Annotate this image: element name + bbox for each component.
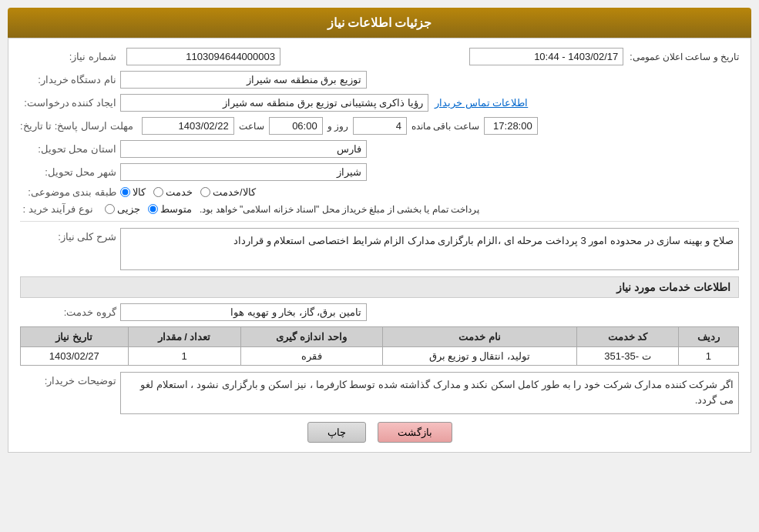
back-button[interactable]: بازگشت — [378, 422, 452, 443]
contract-type-radio-group: متوسط جزیی — [105, 203, 192, 215]
province-value: فارس — [120, 140, 367, 158]
deadline-row: 17:28:00 ساعت باقی مانده 4 روز و 06:00 س… — [20, 117, 739, 135]
col-code: کد خدمت — [577, 327, 679, 347]
category-label: طبقه بندی موضوعی: — [20, 186, 120, 198]
table-row: 1ت -35-351تولید، انتقال و توزیع برقفقره1… — [21, 347, 739, 366]
buttons-row: بازگشت چاپ — [20, 422, 739, 443]
buyer-org-value: توزیع برق منطقه سه شیراز — [120, 71, 367, 89]
service-group-row: تامین برق، گاز، بخار و تهویه هوا گروه خد… — [20, 303, 739, 321]
province-row: فارس استان محل تحویل: — [20, 140, 739, 158]
col-qty: تعداد / مقدار — [128, 327, 240, 347]
category-option-kala-khedmat[interactable]: کالا/خدمت — [200, 186, 256, 198]
category-option-kala[interactable]: کالا — [120, 186, 146, 198]
service-group-value: تامین برق، گاز، بخار و تهویه هوا — [120, 303, 367, 321]
cell-row: 1 — [678, 347, 738, 366]
buyer-notes-label: توضیحات خریدار: — [20, 372, 120, 386]
description-label: شرح کلی نیاز: — [20, 228, 120, 243]
col-unit: واحد اندازه گیری — [240, 327, 382, 347]
description-section: صلاح و بهینه سازی در محدوده امور 3 پرداخ… — [20, 228, 739, 270]
announce-date-value: 1403/02/17 - 10:44 — [469, 48, 623, 65]
category-row: کالا/خدمت خدمت کالا طبقه بندی موضوعی: — [20, 186, 739, 198]
print-button[interactable]: چاپ — [307, 422, 366, 443]
contract-type-note: پرداخت تمام یا بخشی از مبلغ خریداز محل "… — [200, 204, 479, 215]
col-name: نام خدمت — [382, 327, 576, 347]
cell-name: تولید، انتقال و توزیع برق — [382, 347, 576, 366]
services-section-title: اطلاعات خدمات مورد نیاز — [20, 276, 739, 298]
deadline-remaining-value: 17:28:00 — [484, 117, 538, 135]
buyer-org-label: نام دستگاه خریدار: — [20, 74, 120, 85]
buyer-notes-value: اگر شرکت کننده مدارک شرکت خود را به طور … — [120, 372, 739, 414]
announce-date-label: تاریخ و ساعت اعلان عمومی: — [630, 52, 739, 62]
reference-number-label: شماره نیاز: — [20, 51, 120, 62]
city-row: شیراز شهر محل تحویل: — [20, 163, 739, 181]
city-label: شهر محل تحویل: — [20, 166, 120, 178]
reference-row: تاریخ و ساعت اعلان عمومی: 1403/02/17 - 1… — [20, 48, 739, 65]
reference-number-value: 1103094644000003 — [126, 48, 280, 65]
creator-label: ایجاد کننده درخواست: — [20, 97, 120, 109]
deadline-days-value: 4 — [353, 117, 407, 135]
col-date: تاریخ نیاز — [21, 327, 129, 347]
col-row: ردیف — [678, 327, 738, 347]
page-title: جزئیات اطلاعات نیاز — [327, 16, 432, 29]
contract-type-motavaset[interactable]: متوسط — [148, 203, 192, 215]
contact-link[interactable]: اطلاعات تماس خریدار — [435, 97, 528, 109]
deadline-days-label: روز و — [327, 121, 348, 132]
service-group-label: گروه خدمت: — [20, 306, 120, 318]
city-value: شیراز — [120, 163, 367, 181]
contract-type-jozi[interactable]: جزیی — [105, 203, 140, 215]
deadline-time-value: 06:00 — [269, 117, 323, 135]
page-header: جزئیات اطلاعات نیاز — [8, 8, 751, 38]
cell-date: 1403/02/27 — [21, 347, 129, 366]
buyer-org-row: توزیع برق منطقه سه شیراز نام دستگاه خرید… — [20, 71, 739, 89]
deadline-label: مهلت ارسال پاسخ: تا تاریخ: — [20, 120, 137, 132]
category-radio-group: کالا/خدمت خدمت کالا — [120, 186, 256, 198]
contract-type-label: نوع فرآیند خرید : — [20, 203, 97, 215]
category-option-khedmat[interactable]: خدمت — [153, 186, 193, 198]
deadline-remaining-label: ساعت باقی مانده — [411, 121, 479, 132]
description-value: صلاح و بهینه سازی در محدوده امور 3 پرداخ… — [120, 228, 739, 270]
deadline-time-label: ساعت — [239, 121, 264, 132]
contract-type-row: پرداخت تمام یا بخشی از مبلغ خریداز محل "… — [20, 203, 739, 215]
creator-value: رؤیا ذاکری پشتیبانی توزیع برق منطقه سه ش… — [120, 94, 428, 112]
province-label: استان محل تحویل: — [20, 143, 120, 155]
buyer-notes-section: اگر شرکت کننده مدارک شرکت خود را به طور … — [20, 372, 739, 414]
services-table: ردیف کد خدمت نام خدمت واحد اندازه گیری ت… — [20, 326, 739, 366]
creator-row: اطلاعات تماس خریدار رؤیا ذاکری پشتیبانی … — [20, 94, 739, 112]
cell-unit: فقره — [240, 347, 382, 366]
deadline-date-value: 1403/02/22 — [142, 117, 234, 135]
cell-code: ت -35-351 — [577, 347, 679, 366]
cell-quantity: 1 — [128, 347, 240, 366]
